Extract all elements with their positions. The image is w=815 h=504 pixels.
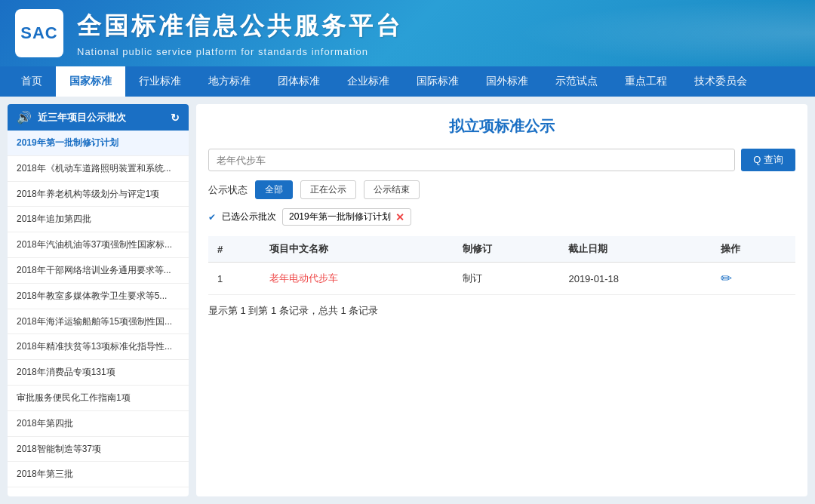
table-body: 1老年电动代步车制订2019-01-18✏ [208, 263, 795, 295]
sidebar-header: 🔊 近三年项目公示批次 ↻ [8, 104, 189, 131]
batch-tag-label: 2019年第一批制修订计划 [289, 211, 391, 223]
sidebar-item[interactable]: 2018年干部网络培训业务通用要求等... [8, 258, 189, 284]
content-title: 拟立项标准公示 [208, 116, 795, 137]
table-header-row: #项目中文名称制修订截止日期操作 [208, 236, 795, 263]
sidebar: 🔊 近三年项目公示批次 ↻ 2019年第一批制修订计划2018年《机动车道路照明… [8, 104, 189, 496]
content-area: 拟立项标准公示 Q 查询 公示状态 全部正在公示公示结束 ✔ 已选公示批次 20… [196, 104, 807, 496]
search-bar: Q 查询 [208, 149, 795, 171]
header-title-zh: 全国标准信息公共服务平台 [77, 10, 403, 43]
nav-item-国家标准[interactable]: 国家标准 [56, 66, 125, 97]
results-table: #项目中文名称制修订截止日期操作 1老年电动代步车制订2019-01-18✏ [208, 236, 795, 295]
main-layout: 🔊 近三年项目公示批次 ↻ 2019年第一批制修订计划2018年《机动车道路照明… [0, 97, 815, 504]
sidebar-item[interactable]: 2018年教室多媒体教学卫生要求等5... [8, 284, 189, 309]
table-row: 1老年电动代步车制订2019-01-18✏ [208, 263, 795, 295]
sidebar-item[interactable]: 2018年第三批 [8, 462, 189, 487]
table-head: #项目中文名称制修订截止日期操作 [208, 236, 795, 263]
sidebar-item[interactable]: 2018年养老机构等级划分与评定1项 [8, 182, 189, 207]
sidebar-item[interactable]: 2018年海洋运输船舶等15项强制性国... [8, 309, 189, 335]
project-link[interactable]: 老年电动代步车 [269, 272, 338, 284]
pagination-info: 显示第 1 到第 1 条记录，总共 1 条记录 [208, 304, 795, 318]
logo-box: SAC [15, 9, 63, 57]
header-title-box: 全国标准信息公共服务平台 National public service pla… [77, 10, 403, 57]
nav-item-国际标准[interactable]: 国际标准 [403, 66, 472, 97]
navbar: 首页国家标准行业标准地方标准团体标准企业标准国际标准国外标准示范试点重点工程技术… [0, 66, 815, 97]
filter-btn-全部[interactable]: 全部 [255, 180, 293, 199]
table-col-#: # [208, 236, 260, 263]
table-cell-type: 制订 [454, 263, 559, 295]
speaker-icon: 🔊 [17, 110, 32, 124]
sidebar-item[interactable]: 2018年《机动车道路照明装置和系统... [8, 156, 189, 182]
table-cell-num: 1 [208, 263, 260, 295]
sidebar-header-label: 近三年项目公示批次 [38, 111, 126, 124]
sidebar-item[interactable]: 2018年精准扶贫等13项标准化指导性... [8, 334, 189, 360]
filter-label: 公示状态 [208, 183, 248, 197]
batch-tag: 2019年第一批制修订计划 ✕ [282, 208, 411, 226]
sidebar-item[interactable]: 2019年第一批制修订计划 [8, 131, 189, 156]
sidebar-item[interactable]: 审批服务便民化工作指南1项 [8, 386, 189, 411]
refresh-icon[interactable]: ↻ [171, 112, 180, 124]
nav-item-行业标准[interactable]: 行业标准 [125, 66, 195, 97]
logo-text: SAC [20, 23, 57, 43]
sidebar-item[interactable]: 2018年消费品专项131项 [8, 360, 189, 386]
nav-item-企业标准[interactable]: 企业标准 [334, 66, 403, 97]
header-title-en: National public service platform for sta… [77, 46, 403, 57]
nav-item-重点工程[interactable]: 重点工程 [611, 66, 681, 97]
filter-btn-正在公示[interactable]: 正在公示 [300, 180, 356, 199]
table-col-操作: 操作 [712, 236, 795, 263]
table-cell-op: ✏ [712, 263, 795, 295]
nav-item-示范试点[interactable]: 示范试点 [542, 66, 611, 97]
table-cell-deadline: 2019-01-18 [559, 263, 711, 295]
edit-icon[interactable]: ✏ [721, 271, 732, 286]
sidebar-item[interactable]: 2018智能制造等37项 [8, 437, 189, 463]
nav-item-国外标准[interactable]: 国外标准 [472, 66, 542, 97]
nav-item-团体标准[interactable]: 团体标准 [264, 66, 334, 97]
table-cell-name: 老年电动代步车 [260, 263, 454, 295]
header: SAC 全国标准信息公共服务平台 National public service… [0, 0, 815, 66]
filter-btn-公示结束[interactable]: 公示结束 [364, 180, 420, 199]
sidebar-item[interactable]: 2018年追加第四批 [8, 207, 189, 232]
search-input[interactable] [208, 149, 735, 171]
table-col-截止日期: 截止日期 [559, 236, 711, 263]
table-col-项目中文名称: 项目中文名称 [260, 236, 454, 263]
selected-batch: ✔ 已选公示批次 2019年第一批制修订计划 ✕ [208, 208, 795, 226]
nav-item-地方标准[interactable]: 地方标准 [195, 66, 264, 97]
sidebar-item[interactable]: 2018年汽油机油等37项强制性国家标... [8, 232, 189, 258]
search-button[interactable]: Q 查询 [741, 149, 795, 171]
sidebar-item[interactable]: 2018年第四批 [8, 411, 189, 437]
selected-batch-prefix: 已选公示批次 [222, 211, 276, 223]
nav-item-技术委员会[interactable]: 技术委员会 [681, 66, 761, 97]
table-col-制修订: 制修订 [454, 236, 559, 263]
filter-bar: 公示状态 全部正在公示公示结束 [208, 180, 795, 199]
check-icon: ✔ [208, 212, 216, 223]
nav-item-首页[interactable]: 首页 [8, 66, 56, 97]
batch-tag-close-icon[interactable]: ✕ [395, 211, 404, 223]
